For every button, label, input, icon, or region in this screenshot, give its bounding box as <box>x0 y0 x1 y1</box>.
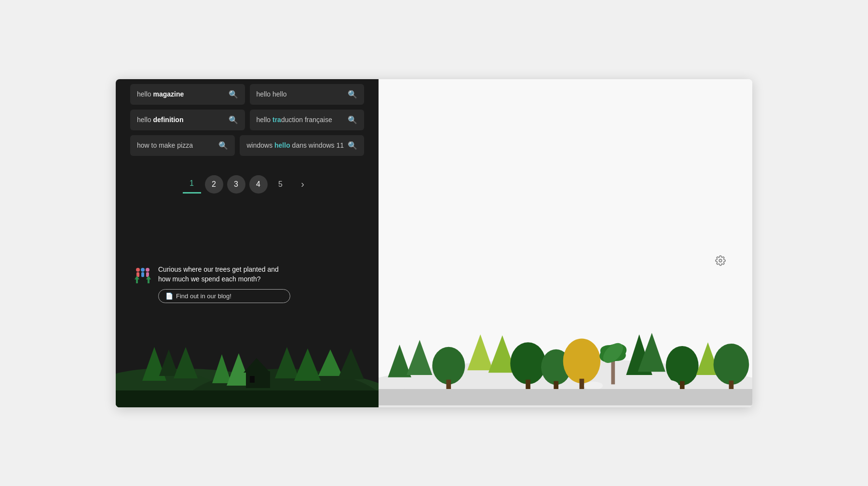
search-icon: 🔍 <box>229 115 238 125</box>
browser-window: hello magazine 🔍 hello hello 🔍 <box>116 79 752 407</box>
find-out-blog-button[interactable]: 📄 Find out in our blog! <box>158 289 290 303</box>
svg-rect-3 <box>141 272 144 277</box>
svg-point-26 <box>719 259 722 262</box>
svg-rect-25 <box>116 390 379 407</box>
svg-point-51 <box>393 379 410 389</box>
svg-point-30 <box>432 347 465 384</box>
right-panel <box>379 79 752 407</box>
tree-popup-icon <box>134 266 151 287</box>
suggestion-hello-hello[interactable]: hello hello 🔍 <box>250 84 365 105</box>
svg-marker-15 <box>174 347 198 378</box>
svg-point-53 <box>658 380 678 389</box>
svg-point-46 <box>666 346 699 385</box>
suggestion-row-2: hello definition 🔍 hello traduction fran… <box>130 110 364 130</box>
suggestion-hello-traduction[interactable]: hello traduction française 🔍 <box>250 110 365 130</box>
svg-marker-32 <box>467 334 493 370</box>
svg-marker-19 <box>244 358 270 373</box>
page-5-button[interactable]: 5 <box>271 175 290 194</box>
search-icon: 🔍 <box>348 115 357 125</box>
svg-marker-21 <box>275 347 299 378</box>
gear-icon <box>715 255 726 266</box>
tree-popup-text: Curious where our trees get planted and … <box>158 265 290 284</box>
svg-marker-22 <box>294 348 321 381</box>
svg-marker-29 <box>407 340 432 375</box>
next-page-button[interactable]: › <box>294 175 312 194</box>
suggestion-row-1: hello magazine 🔍 hello hello 🔍 <box>130 84 364 105</box>
svg-rect-31 <box>446 379 451 389</box>
page-2-button[interactable]: 2 <box>205 175 223 194</box>
svg-point-4 <box>146 268 149 272</box>
svg-rect-50 <box>729 380 734 389</box>
svg-rect-18 <box>246 371 270 388</box>
blog-link-label: Find out in our blog! <box>176 292 231 300</box>
svg-rect-37 <box>554 381 558 389</box>
suggestion-hello-magazine[interactable]: hello magazine 🔍 <box>130 84 245 105</box>
svg-marker-14 <box>159 349 178 376</box>
svg-point-0 <box>136 268 140 272</box>
svg-point-38 <box>563 338 601 383</box>
svg-point-49 <box>714 344 749 385</box>
suggestion-how-to-make-pizza[interactable]: how to make pizza 🔍 <box>130 135 235 156</box>
left-panel: hello magazine 🔍 hello hello 🔍 <box>116 79 379 407</box>
svg-marker-24 <box>338 348 364 379</box>
search-icon: 🔍 <box>218 141 228 150</box>
tree-popup-content: Curious where our trees get planted and … <box>158 265 290 303</box>
svg-rect-39 <box>580 378 584 390</box>
svg-marker-16 <box>212 354 231 383</box>
pagination: 1 2 3 4 5 › <box>116 170 379 198</box>
blog-link-icon: 📄 <box>165 292 173 300</box>
svg-point-52 <box>584 381 603 389</box>
gear-settings-button[interactable] <box>713 253 728 268</box>
svg-point-2 <box>141 268 145 272</box>
search-icon: 🔍 <box>348 141 357 150</box>
svg-marker-23 <box>318 349 342 376</box>
tree-popup: Curious where our trees get planted and … <box>125 257 299 310</box>
suggestion-row-3: how to make pizza 🔍 windows hello dans w… <box>130 135 364 156</box>
svg-rect-20 <box>250 376 255 383</box>
page-4-button[interactable]: 4 <box>249 175 268 194</box>
suggestion-hello-definition[interactable]: hello definition 🔍 <box>130 110 245 130</box>
svg-rect-35 <box>526 379 530 389</box>
suggestions-area: hello magazine 🔍 hello hello 🔍 <box>116 79 379 161</box>
page-3-button[interactable]: 3 <box>227 175 245 194</box>
search-icon: 🔍 <box>229 90 238 99</box>
svg-rect-54 <box>379 389 752 405</box>
page-content: hello magazine 🔍 hello hello 🔍 <box>116 79 752 407</box>
svg-point-34 <box>510 342 546 384</box>
suggestion-windows-hello[interactable]: windows hello dans windows 11 🔍 <box>240 135 364 156</box>
page-1-button[interactable]: 1 <box>183 175 201 194</box>
search-icon: 🔍 <box>348 90 357 99</box>
